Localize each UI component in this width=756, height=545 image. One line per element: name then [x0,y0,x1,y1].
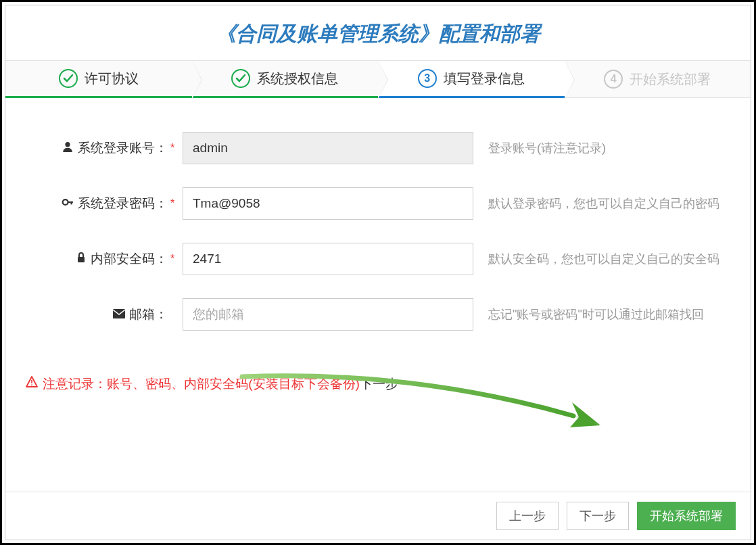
required-mark: * [170,253,177,265]
step-authorization[interactable]: 系统授权信息 [192,61,379,98]
check-icon [231,69,250,88]
svg-point-1 [63,199,68,205]
step-label: 开始系统部署 [630,70,711,89]
hint-account: 登录账号(请注意记录) [488,140,737,156]
hint-email: 忘记"账号或密码"时可以通过此邮箱找回 [488,306,737,323]
step-label: 系统授权信息 [257,70,338,88]
step-license[interactable]: 许可协议 [5,61,192,98]
svg-point-0 [65,142,70,147]
password-input[interactable] [183,187,473,220]
lock-icon [76,252,87,267]
email-input[interactable] [183,298,473,331]
check-icon [59,69,78,88]
label-password: 系统登录密码： [19,195,168,212]
warning-icon [26,377,41,391]
svg-rect-4 [78,257,85,262]
svg-rect-7 [31,385,32,386]
wizard-steps: 许可协议 系统授权信息 3 填写登录信息 4 开始系统部署 [5,60,751,98]
required-mark: * [170,142,177,154]
page-title: 《合同及账单管理系统》配置和部署 [5,20,751,48]
next-button[interactable]: 下一步 [567,502,629,530]
page-header: 《合同及账单管理系统》配置和部署 [5,5,751,60]
required-mark: * [170,197,177,210]
prev-button[interactable]: 上一步 [496,502,559,530]
label-seccode: 内部安全码： [19,250,168,268]
step-number-icon: 3 [418,69,437,88]
hint-password: 默认登录密码，您也可以自定义自己的密码 [488,195,737,212]
warning-next-inline: 下一步 [360,377,398,391]
step-number-icon: 4 [604,70,623,89]
step-label: 填写登录信息 [444,70,525,88]
warning-row: 注意记录：账号、密码、内部安全码(安装目标下会备份)下一步 [26,375,398,393]
row-email: 邮箱： 忘记"账号或密码"时可以通过此邮箱找回 [19,298,737,331]
label-account: 系统登录账号： [19,139,168,157]
row-password: 系统登录密码： * 默认登录密码，您也可以自定义自己的密码 [19,187,737,220]
step-label: 许可协议 [85,70,139,88]
label-email: 邮箱： [19,306,168,323]
row-account: 系统登录账号： * 登录账号(请注意记录) [19,132,737,164]
seccode-input[interactable] [183,243,473,275]
account-input[interactable] [183,132,473,164]
mail-icon [113,308,125,322]
svg-rect-3 [71,201,72,204]
key-icon [62,196,74,212]
user-icon [62,141,74,156]
warning-text: 注意记录：账号、密码、内部安全码(安装目标下会备份) [43,377,360,391]
row-seccode: 内部安全码： * 默认安全码，您也可以自定义自己的安全码 [19,243,737,275]
form-area: 系统登录账号： * 登录账号(请注意记录) 系统登录密码： * 默认登录密码，您… [5,98,751,492]
step-deploy: 4 开始系统部署 [565,61,751,97]
step-login-info[interactable]: 3 填写登录信息 [378,61,565,98]
footer-actions: 上一步 下一步 开始系统部署 [5,492,751,540]
hint-seccode: 默认安全码，您也可以自定义自己的安全码 [488,251,737,267]
deploy-button[interactable]: 开始系统部署 [637,502,736,530]
svg-rect-5 [113,309,125,318]
svg-rect-6 [31,380,32,383]
